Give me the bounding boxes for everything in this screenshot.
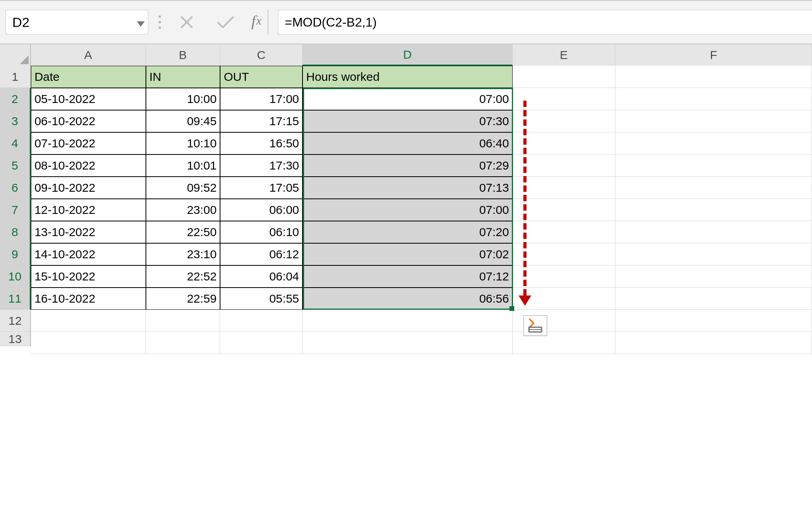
cell-E7[interactable]	[513, 199, 616, 221]
cancel-button[interactable]	[171, 10, 202, 34]
enter-button[interactable]	[210, 10, 241, 34]
cell-C11[interactable]: 05:55	[220, 288, 303, 310]
cell-B2[interactable]: 10:00	[146, 88, 220, 110]
cell-B4[interactable]: 10:10	[146, 132, 220, 154]
cell-A4[interactable]: 07-10-2022	[31, 132, 146, 154]
row-header[interactable]: 3	[0, 110, 31, 132]
cell-D6[interactable]: 07:13	[303, 177, 512, 199]
cell-F6[interactable]	[615, 177, 812, 199]
cell-C3[interactable]: 17:15	[220, 110, 303, 132]
cell-E8[interactable]	[513, 221, 616, 243]
auto-fill-options-button[interactable]	[523, 315, 547, 336]
cell-D7[interactable]: 07:00	[303, 199, 512, 221]
cell-D8[interactable]: 07:20	[303, 221, 512, 243]
cell-F11[interactable]	[615, 288, 812, 310]
cell-A7[interactable]: 12-10-2022	[31, 199, 146, 221]
row-header[interactable]: 1	[0, 66, 31, 88]
row-header[interactable]: 2	[0, 88, 31, 110]
cell-C10[interactable]: 06:04	[220, 265, 303, 288]
row-header[interactable]: 10	[0, 265, 31, 288]
cell-C13[interactable]	[220, 332, 303, 354]
cell-B8[interactable]: 22:50	[146, 221, 220, 243]
cell-F8[interactable]	[615, 221, 812, 243]
cell-E9[interactable]	[513, 243, 616, 265]
formula-input[interactable]: =MOD(C2-B2,1)	[278, 10, 812, 34]
col-header-E[interactable]: E	[513, 44, 616, 66]
cell-B10[interactable]: 22:52	[146, 265, 220, 288]
cell-F2[interactable]	[615, 88, 812, 110]
cell-E10[interactable]	[513, 265, 616, 288]
cell-A8[interactable]: 13-10-2022	[31, 221, 146, 243]
cell-E2[interactable]	[513, 88, 616, 110]
cell-C7[interactable]: 06:00	[220, 199, 303, 221]
cell-E3[interactable]	[513, 110, 616, 132]
cell-C4[interactable]: 16:50	[220, 132, 303, 154]
cell-F4[interactable]	[615, 132, 812, 154]
cell-F13[interactable]	[615, 332, 812, 354]
cell-A1[interactable]: Date	[31, 66, 146, 88]
cell-C1[interactable]: OUT	[220, 66, 303, 88]
cell-F1[interactable]	[615, 66, 812, 88]
cell-D5[interactable]: 07:29	[303, 154, 512, 177]
cell-A13[interactable]	[31, 332, 146, 354]
cell-D2[interactable]: 07:00	[303, 88, 512, 110]
name-box[interactable]: D2	[6, 10, 148, 34]
cell-A5[interactable]: 08-10-2022	[31, 154, 146, 177]
cell-C12[interactable]	[220, 310, 303, 332]
cell-D13[interactable]	[303, 332, 512, 354]
row-header[interactable]: 13	[0, 332, 31, 346]
row-header[interactable]: 8	[0, 221, 31, 243]
cell-C2[interactable]: 17:00	[220, 88, 303, 110]
select-all-corner[interactable]	[0, 44, 31, 66]
chevron-down-icon[interactable]	[137, 15, 145, 30]
cell-A3[interactable]: 06-10-2022	[31, 110, 146, 132]
cell-B12[interactable]	[146, 310, 220, 332]
cell-E6[interactable]	[513, 177, 616, 199]
col-header-B[interactable]: B	[146, 44, 220, 66]
cell-C6[interactable]: 17:05	[220, 177, 303, 199]
cell-D11[interactable]: 06:56	[303, 288, 512, 310]
cell-B9[interactable]: 23:10	[146, 243, 220, 265]
cell-D12[interactable]	[303, 310, 512, 332]
col-header-C[interactable]: C	[220, 44, 303, 66]
cell-E4[interactable]	[513, 132, 616, 154]
cell-C8[interactable]: 06:10	[220, 221, 303, 243]
cell-A12[interactable]	[31, 310, 146, 332]
cell-B6[interactable]: 09:52	[146, 177, 220, 199]
cell-A9[interactable]: 14-10-2022	[31, 243, 146, 265]
col-header-A[interactable]: A	[31, 44, 146, 66]
cell-F7[interactable]	[615, 199, 812, 221]
cell-B13[interactable]	[146, 332, 220, 354]
cell-F5[interactable]	[615, 154, 812, 177]
cell-F10[interactable]	[615, 265, 812, 288]
cell-A11[interactable]: 16-10-2022	[31, 288, 146, 310]
cell-E1[interactable]	[513, 66, 616, 88]
cell-A10[interactable]: 15-10-2022	[31, 265, 146, 288]
row-header[interactable]: 6	[0, 177, 31, 199]
row-header[interactable]: 5	[0, 154, 31, 177]
insert-function-button[interactable]: fx	[249, 10, 268, 34]
col-header-D[interactable]: D	[303, 44, 512, 66]
cell-D4[interactable]: 06:40	[303, 132, 512, 154]
cell-D10[interactable]: 07:12	[303, 265, 512, 288]
cell-D1[interactable]: Hours worked	[303, 66, 512, 88]
cell-F12[interactable]	[615, 310, 812, 332]
cell-F3[interactable]	[615, 110, 812, 132]
cell-D3[interactable]: 07:30	[303, 110, 512, 132]
cell-C9[interactable]: 06:12	[220, 243, 303, 265]
row-header[interactable]: 7	[0, 199, 31, 221]
row-header[interactable]: 12	[0, 310, 31, 332]
cell-D9[interactable]: 07:02	[303, 243, 512, 265]
cell-A6[interactable]: 09-10-2022	[31, 177, 146, 199]
cell-B3[interactable]: 09:45	[146, 110, 220, 132]
row-header[interactable]: 4	[0, 132, 31, 154]
cell-B5[interactable]: 10:01	[146, 154, 220, 177]
cell-E5[interactable]	[513, 154, 616, 177]
cell-F9[interactable]	[615, 243, 812, 265]
cell-B11[interactable]: 22:59	[146, 288, 220, 310]
cell-C5[interactable]: 17:30	[220, 154, 303, 177]
cell-A2[interactable]: 05-10-2022	[31, 88, 146, 110]
col-header-F[interactable]: F	[615, 44, 812, 66]
row-header[interactable]: 9	[0, 243, 31, 265]
cell-B7[interactable]: 23:00	[146, 199, 220, 221]
